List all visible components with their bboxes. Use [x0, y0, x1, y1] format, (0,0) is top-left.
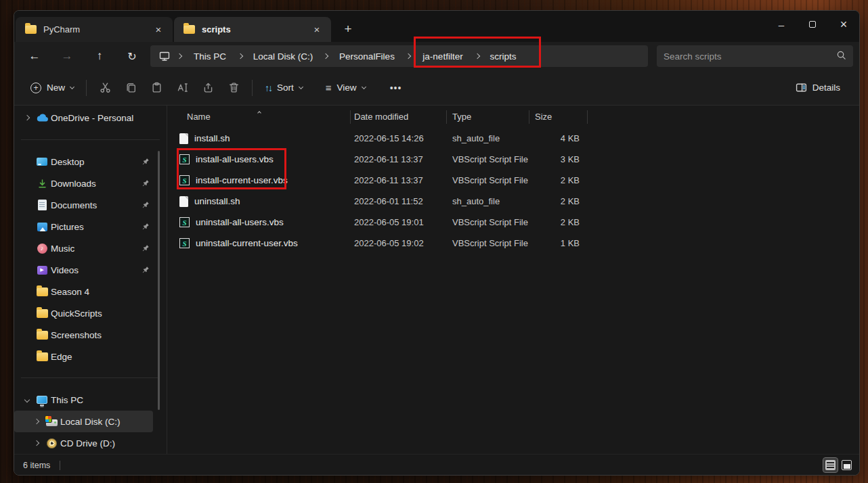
- share-button[interactable]: [195, 76, 221, 100]
- sort-button[interactable]: ↑↓ Sort: [258, 76, 309, 100]
- new-tab-button[interactable]: +: [337, 18, 360, 41]
- sidebar-item-onedrive[interactable]: OneDrive - Personal: [14, 107, 153, 129]
- pin-icon: [138, 158, 153, 166]
- breadcrumb-local-disk[interactable]: Local Disk (C:): [246, 47, 320, 65]
- sidebar-scrollbar[interactable]: [158, 151, 160, 410]
- file-size: 1 KB: [529, 238, 588, 248]
- column-header-date-modified[interactable]: Date modified: [351, 110, 447, 124]
- breadcrumb[interactable]: This PC Local Disk (C:) PersonalFiles ja…: [150, 45, 648, 67]
- sidebar-item-downloads[interactable]: Downloads: [14, 172, 153, 194]
- breadcrumb-personalfiles[interactable]: PersonalFiles: [332, 47, 402, 65]
- file-type: VBScript Script File: [447, 238, 529, 248]
- file-row[interactable]: Suninstall-all-users.vbs 2022-06-05 19:0…: [167, 212, 588, 233]
- column-header-name[interactable]: Name: [167, 110, 351, 124]
- sort-label: Sort: [277, 83, 294, 93]
- search-input[interactable]: [664, 51, 836, 62]
- back-button[interactable]: ←: [23, 45, 46, 67]
- maximize-button[interactable]: [797, 11, 828, 38]
- file-name: uninstall-all-users.vbs: [196, 217, 284, 227]
- onedrive-cloud-icon: [33, 113, 51, 122]
- tab-scripts[interactable]: scripts ×: [174, 17, 331, 42]
- sidebar-item-this-pc[interactable]: This PC: [14, 389, 153, 411]
- column-header-size[interactable]: Size: [529, 110, 588, 124]
- copy-button[interactable]: [118, 76, 144, 100]
- folder-icon: [25, 25, 37, 34]
- file-type: VBScript Script File: [447, 154, 529, 164]
- refresh-button[interactable]: ↻: [121, 45, 144, 67]
- file-row[interactable]: uninstall.sh 2022-06-01 11:52 sh_auto_fi…: [167, 191, 588, 212]
- sidebar-item-quickscripts[interactable]: QuickScripts: [14, 302, 153, 324]
- search-box[interactable]: [657, 45, 853, 67]
- file-size: 2 KB: [529, 217, 588, 227]
- sidebar-item-edge[interactable]: Edge: [14, 346, 153, 367]
- forward-button[interactable]: →: [56, 45, 79, 67]
- sidebar-item-label: Music: [51, 244, 138, 254]
- sidebar-item-local-disk-c[interactable]: Local Disk (C:): [14, 411, 153, 432]
- chevron-down-icon: [70, 84, 74, 89]
- tab-pycharm[interactable]: PyCharm ×: [16, 17, 173, 42]
- sidebar-item-screenshots[interactable]: Screenshots: [14, 324, 153, 346]
- sidebar-item-label: Pictures: [51, 222, 138, 232]
- sort-ascending-icon: [258, 106, 261, 116]
- sidebar-item-label: QuickScripts: [51, 308, 153, 319]
- folder-icon: [183, 25, 195, 34]
- new-button[interactable]: + New: [24, 76, 81, 100]
- pictures-icon: [37, 223, 47, 231]
- sidebar-item-documents[interactable]: Documents: [14, 194, 153, 216]
- sidebar-item-label: Desktop: [51, 157, 138, 167]
- file-type: sh_auto_file: [447, 133, 529, 143]
- close-tab-icon[interactable]: ×: [151, 22, 166, 37]
- window-controls: – ×: [766, 11, 859, 38]
- sidebar-item-videos[interactable]: ▶ Videos: [14, 259, 153, 281]
- sidebar-item-label: Local Disk (C:): [60, 417, 153, 427]
- sidebar-item-cd-drive-d[interactable]: CD Drive (D:): [14, 432, 153, 454]
- details-view-button[interactable]: [823, 458, 838, 472]
- view-button[interactable]: ≡ View: [319, 76, 372, 100]
- up-button[interactable]: ↑: [88, 45, 111, 67]
- file-date: 2022-06-11 13:37: [351, 175, 447, 185]
- file-name: uninstall-current-user.vbs: [196, 238, 298, 248]
- more-options-button[interactable]: •••: [383, 83, 409, 93]
- sidebar-item-season4[interactable]: Season 4: [14, 281, 153, 302]
- sidebar-item-desktop[interactable]: Desktop: [14, 151, 153, 172]
- breadcrumb-this-pc[interactable]: This PC: [186, 47, 234, 65]
- toolbar-separator: [252, 80, 253, 96]
- sh-file-icon: [179, 196, 188, 207]
- pin-icon: [138, 244, 153, 252]
- view-toggles: [823, 458, 854, 472]
- chevron-right-icon: [30, 419, 43, 423]
- chevron-right-icon: [320, 54, 332, 58]
- toolbar-separator: [86, 80, 87, 96]
- sidebar-item-label: Edge: [51, 352, 153, 362]
- details-pane-button[interactable]: Details: [789, 76, 847, 100]
- cd-drive-icon: [47, 438, 57, 448]
- file-row[interactable]: install.sh 2022-06-15 14:26 sh_auto_file…: [167, 128, 588, 149]
- paste-button[interactable]: [144, 76, 169, 100]
- delete-button[interactable]: [221, 76, 246, 100]
- chevron-down-icon: [362, 84, 366, 89]
- rename-button[interactable]: [169, 76, 195, 100]
- paste-icon: [151, 82, 162, 93]
- file-date: 2022-06-01 11:52: [351, 196, 447, 206]
- close-button[interactable]: ×: [828, 11, 859, 38]
- column-header-type[interactable]: Type: [447, 110, 529, 124]
- sidebar-item-label: OneDrive - Personal: [51, 113, 153, 123]
- sidebar-item-label: Screenshots: [51, 330, 153, 340]
- details-view-icon: [825, 460, 836, 470]
- chevron-down-icon: [21, 398, 33, 402]
- file-row[interactable]: Suninstall-current-user.vbs 2022-06-05 1…: [167, 233, 588, 254]
- minimize-button[interactable]: –: [766, 11, 797, 38]
- sidebar-item-music[interactable]: ♪ Music: [14, 237, 153, 259]
- copy-icon: [125, 82, 137, 93]
- annotation-box-install-files: [177, 148, 286, 189]
- status-bar: 6 items: [14, 454, 859, 476]
- cut-button[interactable]: [92, 76, 118, 100]
- large-icons-view-button[interactable]: [840, 458, 854, 472]
- chevron-down-icon: [299, 84, 303, 89]
- column-headers: Name Date modified Type Size: [167, 108, 588, 126]
- close-tab-icon[interactable]: ×: [309, 22, 324, 37]
- music-icon: ♪: [37, 244, 47, 254]
- pin-icon: [138, 179, 153, 187]
- sidebar-item-pictures[interactable]: Pictures: [14, 216, 153, 237]
- folder-icon: [37, 331, 48, 340]
